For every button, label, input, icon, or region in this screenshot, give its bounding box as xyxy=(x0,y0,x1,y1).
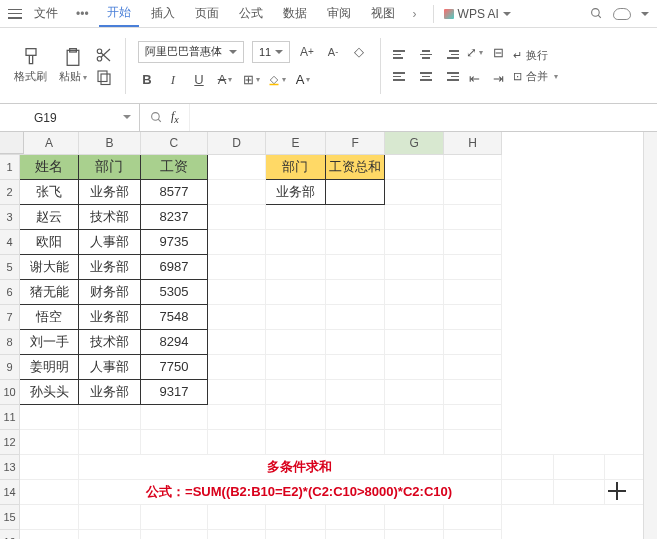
col-header[interactable]: H xyxy=(443,132,501,154)
font-decrease-button[interactable]: A- xyxy=(324,43,342,61)
cell[interactable] xyxy=(325,254,385,279)
row-header[interactable]: 10 xyxy=(0,379,20,404)
cell[interactable] xyxy=(325,304,385,329)
cell[interactable] xyxy=(266,529,326,539)
cell[interactable]: 业务部 xyxy=(78,254,140,279)
cell[interactable] xyxy=(443,254,501,279)
indent-increase-button[interactable]: ⇥ xyxy=(489,70,507,88)
row-header[interactable]: 15 xyxy=(0,504,20,529)
col-header[interactable]: G xyxy=(385,132,443,154)
format-painter-button[interactable]: 格式刷 xyxy=(10,45,51,86)
cell[interactable] xyxy=(140,504,207,529)
cell[interactable] xyxy=(553,479,605,504)
cell[interactable] xyxy=(443,229,501,254)
cell[interactable] xyxy=(266,279,326,304)
cell[interactable]: 6987 xyxy=(140,254,207,279)
col-header[interactable]: C xyxy=(140,132,207,154)
cell[interactable] xyxy=(385,179,443,204)
align-bottom-button[interactable] xyxy=(441,46,459,64)
italic-button[interactable]: I xyxy=(164,71,182,89)
cell[interactable] xyxy=(325,529,385,539)
cell[interactable]: 欧阳 xyxy=(20,229,79,254)
cell[interactable] xyxy=(385,204,443,229)
merge-cells-button[interactable]: ⊡合并▾ xyxy=(513,69,558,84)
cell[interactable] xyxy=(266,229,326,254)
cell[interactable] xyxy=(207,329,265,354)
cell[interactable]: 部门 xyxy=(266,154,326,179)
tab-formula[interactable]: 公式 xyxy=(231,1,271,26)
cell[interactable] xyxy=(385,354,443,379)
cell[interactable] xyxy=(20,404,79,429)
col-header[interactable]: D xyxy=(207,132,265,154)
cell[interactable]: 部门 xyxy=(78,154,140,179)
cell[interactable] xyxy=(443,529,501,539)
row-header[interactable]: 5 xyxy=(0,254,20,279)
align-left-button[interactable] xyxy=(393,68,411,86)
row-header[interactable]: 14 xyxy=(0,479,20,504)
row-header[interactable]: 2 xyxy=(0,179,20,204)
cell[interactable]: 张飞 xyxy=(20,179,79,204)
cell[interactable] xyxy=(266,379,326,404)
cell[interactable] xyxy=(140,529,207,539)
cell[interactable]: 技术部 xyxy=(78,204,140,229)
cell[interactable]: 8294 xyxy=(140,329,207,354)
search-icon[interactable] xyxy=(590,7,603,20)
row-header[interactable]: 13 xyxy=(0,454,20,479)
row-header[interactable]: 16 xyxy=(0,529,20,539)
row-header[interactable]: 3 xyxy=(0,204,20,229)
align-top-button[interactable] xyxy=(393,46,411,64)
row-header[interactable]: 1 xyxy=(0,154,20,179)
font-color-button[interactable]: A▾ xyxy=(294,71,312,89)
cell[interactable] xyxy=(266,204,326,229)
cell[interactable] xyxy=(325,354,385,379)
cell[interactable]: 猪无能 xyxy=(20,279,79,304)
fill-color-button[interactable]: ▾ xyxy=(268,71,286,89)
row-header[interactable]: 8 xyxy=(0,329,20,354)
cell[interactable]: 工资 xyxy=(140,154,207,179)
cell[interactable]: 5305 xyxy=(140,279,207,304)
cell[interactable]: 姜明明 xyxy=(20,354,79,379)
cell[interactable] xyxy=(443,354,501,379)
cell[interactable] xyxy=(443,179,501,204)
cell[interactable] xyxy=(443,204,501,229)
row-header[interactable]: 7 xyxy=(0,304,20,329)
font-increase-button[interactable]: A+ xyxy=(298,43,316,61)
cell[interactable]: 业务部 xyxy=(78,179,140,204)
cell[interactable] xyxy=(20,429,79,454)
cell[interactable] xyxy=(443,404,501,429)
cell[interactable] xyxy=(443,304,501,329)
cell[interactable] xyxy=(78,504,140,529)
cell[interactable] xyxy=(20,479,79,504)
cell[interactable] xyxy=(207,504,265,529)
cell[interactable] xyxy=(385,254,443,279)
cell[interactable]: 7750 xyxy=(140,354,207,379)
cell[interactable] xyxy=(266,254,326,279)
cell[interactable] xyxy=(207,179,265,204)
cell[interactable] xyxy=(207,304,265,329)
cell[interactable]: 刘一手 xyxy=(20,329,79,354)
cell[interactable]: 赵云 xyxy=(20,204,79,229)
cell[interactable] xyxy=(385,229,443,254)
cell[interactable]: 8237 xyxy=(140,204,207,229)
row-header[interactable]: 11 xyxy=(0,404,20,429)
cell[interactable]: 姓名 xyxy=(20,154,79,179)
cell[interactable] xyxy=(207,354,265,379)
tab-insert[interactable]: 插入 xyxy=(143,1,183,26)
cloud-icon[interactable] xyxy=(613,8,631,20)
cell[interactable] xyxy=(325,229,385,254)
cell[interactable] xyxy=(78,529,140,539)
align-middle-button[interactable] xyxy=(417,46,435,64)
cell[interactable] xyxy=(140,404,207,429)
cell[interactable] xyxy=(325,179,385,204)
cell[interactable] xyxy=(443,429,501,454)
cell[interactable] xyxy=(266,304,326,329)
border-button[interactable]: ⊞▾ xyxy=(242,71,260,89)
bold-button[interactable]: B xyxy=(138,71,156,89)
cell[interactable] xyxy=(385,429,443,454)
hamburger-icon[interactable] xyxy=(8,9,22,19)
align-center-button[interactable] xyxy=(417,68,435,86)
cell[interactable] xyxy=(207,379,265,404)
cell[interactable]: 谢大能 xyxy=(20,254,79,279)
cell[interactable] xyxy=(443,504,501,529)
cell[interactable] xyxy=(325,204,385,229)
